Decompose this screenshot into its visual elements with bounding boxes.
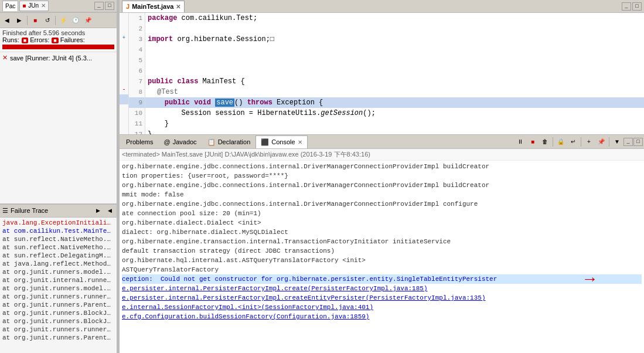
- code-area[interactable]: package com.cailikun.Test; import org.hi…: [145, 13, 644, 134]
- progress-bar: [2, 45, 114, 49]
- console-line: org.hibernate.dialect.Dialect <init>: [122, 218, 642, 228]
- marker-col: + -: [120, 13, 129, 134]
- console-line: org.hibernate.engine.jdbc.connections.in…: [122, 199, 642, 209]
- line-numbers: 1 2 3 4 5 6 7 8 9 10 11 12: [129, 13, 145, 134]
- list-item[interactable]: ✕ save [Runner: JUnit 4] (5.3...: [1, 53, 115, 62]
- left-top-tabs: Pac ■ JUn ✕ _ □: [0, 0, 117, 13]
- trace-item[interactable]: at sun.reflect.NativeMetho...: [1, 235, 115, 243]
- trace-item[interactable]: at sun.reflect.NativeMetho...: [1, 243, 115, 252]
- pin-btn[interactable]: 📌: [82, 15, 94, 26]
- close-console-tab[interactable]: ✕: [298, 139, 302, 145]
- minimize-left-btn[interactable]: _: [94, 2, 104, 10]
- new-console-btn[interactable]: +: [583, 136, 595, 148]
- trace-item[interactable]: at org.junit.runners.BlockJU...: [1, 309, 115, 317]
- pin-console-btn[interactable]: 📌: [595, 136, 607, 148]
- trace-item[interactable]: at java.lang.reflect.Method...: [1, 260, 115, 268]
- editor-tab-maintest[interactable]: J MainTest.java ✕: [122, 1, 185, 12]
- console-line: dialect: org.hibernate.dialect.MySQLDial…: [122, 228, 642, 237]
- rerun-btn[interactable]: ↺: [42, 15, 53, 26]
- editor-tab-bar: J MainTest.java ✕ _ □: [120, 0, 644, 13]
- scroll-lock-btn[interactable]: 🔒: [555, 136, 567, 148]
- tab-problems[interactable]: Problems: [121, 135, 158, 148]
- pause-console-btn[interactable]: ⏸: [514, 136, 526, 148]
- errors-label: ■ Errors:: [22, 36, 50, 43]
- settings-console-btn[interactable]: ▼: [611, 136, 623, 148]
- console-line: default transaction strategy (direct JDB…: [122, 246, 642, 256]
- java-icon: J: [126, 3, 130, 10]
- test-list: ✕ save [Runner: JUnit 4] (5.3...: [0, 52, 117, 203]
- trace-item[interactable]: at org.junit.runners.ParentR...: [1, 301, 115, 309]
- bottom-tabs: Problems @ Javadoc 📋 Declaration ⬛ Conso…: [120, 135, 644, 149]
- runs-label: Runs:: [2, 36, 19, 43]
- stop-console-btn[interactable]: ■: [527, 136, 539, 148]
- console-line[interactable]: e.cfg.Configuration.buildSessionFactory(…: [122, 312, 642, 321]
- console-line: org.hibernate.hql.internal.ast.ASTQueryT…: [122, 256, 642, 265]
- code-editor: J MainTest.java ✕ _ □ +: [120, 0, 644, 135]
- close-editor-tab[interactable]: ✕: [176, 4, 180, 10]
- close-junit-tab[interactable]: ✕: [41, 2, 46, 9]
- prev-btn[interactable]: ◀: [1, 15, 13, 26]
- next-btn[interactable]: ▶: [13, 15, 25, 26]
- console-line: ate connection pool size: 20 (min=1): [122, 209, 642, 218]
- trace-list: java.lang.ExceptionInitializi... at com.…: [0, 218, 117, 354]
- console-line: ASTQueryTranslatorFactory: [122, 265, 642, 274]
- trace-item[interactable]: at org.junit.runners.runner...: [1, 325, 115, 334]
- console-line[interactable]: e.persister.internal.PersisterFactoryImp…: [122, 284, 642, 293]
- history-btn[interactable]: 🕐: [70, 15, 81, 26]
- console-line: org.hibernate.engine.jdbc.connections.in…: [122, 181, 642, 190]
- console-line: tion properties: {user=root, password=**…: [122, 171, 642, 181]
- trace-item[interactable]: at sun.reflect.DelegatingM...: [1, 252, 115, 260]
- failure-trace-panel: ☰ Failure Trace ▶ ◀ java.lang.ExceptionI…: [0, 203, 117, 354]
- finished-text: Finished after 5.596 seconds: [2, 29, 114, 36]
- trace-item[interactable]: at org.junit.runners.BlockJU...: [1, 317, 115, 325]
- tab-console[interactable]: ⬛ Console ✕: [255, 135, 307, 148]
- console-header: <terminated> MainTest.save [JUnit] D:\JA…: [120, 149, 644, 161]
- trace-item[interactable]: at org.junit.runners.ParentR...: [1, 334, 115, 342]
- main-layout: Pac ■ JUn ✕ _ □ ◀ ▶ ■ ↺ ⚡ 🕐: [0, 0, 644, 353]
- console-line: org.hibernate.engine.transaction.interna…: [122, 237, 642, 246]
- error-arrow: →: [585, 270, 595, 288]
- trace-item[interactable]: java.lang.ExceptionInitializi...: [1, 219, 115, 227]
- stats-bar: Finished after 5.596 seconds Runs: ■ Err…: [0, 28, 117, 52]
- filter-btn[interactable]: ⚡: [57, 15, 69, 26]
- trace-item[interactable]: at org.junit.runners.runner...: [1, 293, 115, 301]
- tab-declaration[interactable]: 📋 Declaration: [202, 135, 256, 148]
- console-error-line: ception: Could not get constructor for o…: [122, 274, 642, 284]
- maximize-left-btn[interactable]: □: [105, 2, 114, 10]
- collapse-btn[interactable]: ◀: [105, 206, 114, 215]
- clear-console-btn[interactable]: 🗑: [539, 136, 551, 148]
- maximize-editor-btn[interactable]: □: [632, 2, 642, 11]
- failure-trace-header: ☰ Failure Trace ▶ ◀: [0, 205, 117, 218]
- menu-icon: ☰: [2, 207, 8, 215]
- console-line[interactable]: e.persister.internal.PersisterFactoryImp…: [122, 293, 642, 303]
- tab-junit[interactable]: ■ JUn ✕: [19, 1, 49, 11]
- word-wrap-btn[interactable]: ↵: [567, 136, 579, 148]
- bottom-panel: Problems @ Javadoc 📋 Declaration ⬛ Conso…: [120, 135, 644, 353]
- stop-btn[interactable]: ■: [29, 15, 41, 26]
- tab-javadoc[interactable]: @ Javadoc: [158, 135, 202, 148]
- maximize-console-btn[interactable]: □: [633, 138, 643, 146]
- expand-btn[interactable]: ▶: [93, 206, 103, 215]
- console-line[interactable]: e.internal.SessionFactoryImpl.<init>(Ses…: [122, 303, 642, 312]
- trace-item[interactable]: at org.junit.runners.model....: [1, 268, 115, 276]
- console-line: mmit mode: false: [122, 190, 642, 199]
- trace-item[interactable]: at com.cailikun.Test.MainTe...: [1, 227, 115, 235]
- trace-item[interactable]: at org.junit.internal.runners...: [1, 276, 115, 284]
- console-line: org.hibernate.engine.jdbc.connections.in…: [122, 162, 642, 171]
- console-output[interactable]: org.hibernate.engine.jdbc.connections.in…: [120, 161, 644, 323]
- trace-item[interactable]: at org.junit.runners.model....: [1, 284, 115, 293]
- error-icon: ✕: [2, 54, 8, 62]
- left-panel: Pac ■ JUn ✕ _ □ ◀ ▶ ■ ↺ ⚡ 🕐: [0, 0, 117, 353]
- code-content: + - 1 2 3 4 5 6: [120, 13, 644, 134]
- minimize-console-btn[interactable]: _: [623, 138, 633, 146]
- failures-label: ■ Failures:: [52, 36, 85, 43]
- left-toolbar: ◀ ▶ ■ ↺ ⚡ 🕐 📌: [0, 13, 117, 28]
- minimize-editor-btn[interactable]: _: [622, 2, 631, 11]
- tab-package-explorer[interactable]: Pac: [2, 1, 18, 11]
- right-panel: J MainTest.java ✕ _ □ +: [120, 0, 644, 353]
